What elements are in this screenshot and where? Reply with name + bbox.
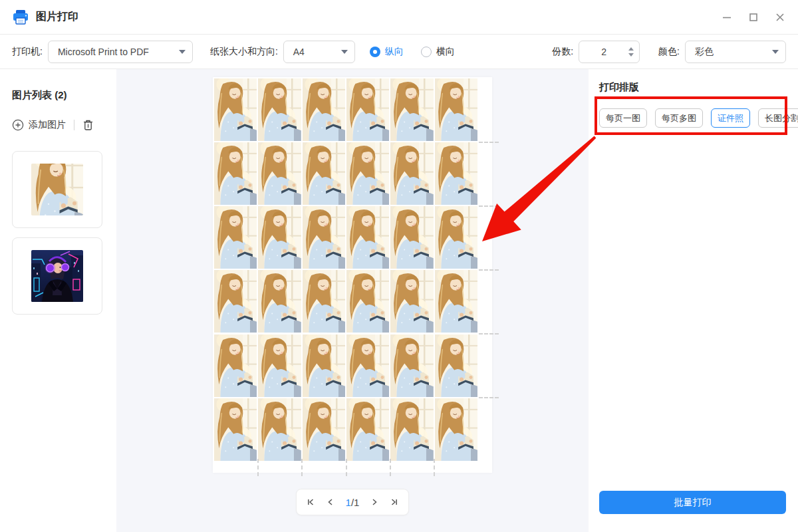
id-photo-tile bbox=[303, 206, 345, 269]
minimize-icon[interactable] bbox=[722, 13, 732, 22]
next-page-button[interactable] bbox=[370, 497, 379, 507]
print-preview-page bbox=[213, 77, 492, 473]
id-photo-tile bbox=[435, 78, 477, 141]
girl-reading-photo bbox=[258, 398, 301, 461]
mode-one-per-page-button[interactable]: 每页一图 bbox=[599, 108, 647, 128]
radio-landscape[interactable]: 横向 bbox=[421, 46, 455, 58]
girl-reading-photo bbox=[390, 142, 433, 205]
total-pages: 1 bbox=[354, 497, 359, 508]
window-controls bbox=[722, 13, 789, 22]
color-select[interactable]: 彩色 bbox=[685, 41, 786, 63]
last-page-button[interactable] bbox=[390, 497, 399, 507]
id-photo-tile bbox=[258, 270, 301, 332]
girl-reading-photo bbox=[346, 270, 389, 332]
prev-page-button[interactable] bbox=[326, 497, 335, 507]
copies-stepper[interactable]: 2 bbox=[579, 41, 640, 63]
mode-id-photo-button[interactable]: 证件照 bbox=[711, 108, 750, 128]
cut-mark bbox=[479, 397, 499, 398]
stepper-down-icon[interactable] bbox=[628, 53, 634, 57]
color-label: 颜色: bbox=[658, 46, 680, 58]
app-title: 图片打印 bbox=[36, 10, 78, 24]
copies-group: 份数: 2 颜色: 彩色 bbox=[552, 41, 786, 63]
girl-reading-photo bbox=[214, 78, 257, 141]
id-photo-tile bbox=[390, 206, 433, 269]
add-image-button[interactable]: 添加图片 bbox=[12, 119, 66, 131]
girl-reading-photo bbox=[390, 270, 433, 332]
batch-print-button[interactable]: 批量打印 bbox=[599, 491, 786, 514]
thumbnail-cyberpunk-girl[interactable] bbox=[12, 237, 102, 315]
id-photo-tile bbox=[214, 334, 257, 397]
mode-multi-per-page-button[interactable]: 每页多图 bbox=[655, 108, 703, 128]
girl-reading-photo bbox=[214, 270, 257, 332]
printer-select-value: Microsoft Print to PDF bbox=[58, 47, 174, 57]
printer-icon bbox=[12, 9, 29, 26]
first-page-button[interactable] bbox=[306, 497, 315, 507]
id-photo-tile bbox=[390, 142, 433, 205]
id-photo-tile bbox=[435, 206, 477, 269]
plus-circle-icon bbox=[12, 119, 24, 131]
image-list-actions: 添加图片 bbox=[12, 119, 104, 131]
id-photo-tile bbox=[258, 206, 301, 269]
paper-size-select[interactable]: A4 bbox=[283, 41, 355, 63]
layout-panel: 打印排版 每页一图 每页多图 证件照 长图分割 批量打印 bbox=[589, 69, 798, 532]
id-photo-tile bbox=[303, 78, 345, 141]
girl-reading-photo bbox=[303, 398, 345, 461]
paper-size-value: A4 bbox=[293, 47, 336, 57]
mode-long-image-split-button[interactable]: 长图分割 bbox=[758, 108, 798, 128]
chevron-down-icon bbox=[179, 50, 186, 54]
girl-reading-photo bbox=[346, 78, 389, 141]
girl-reading-photo bbox=[258, 78, 301, 141]
delete-image-button[interactable] bbox=[82, 119, 94, 131]
girl-reading-photo bbox=[303, 270, 345, 332]
prev-page-icon bbox=[326, 497, 335, 507]
girl-reading-photo bbox=[258, 206, 301, 269]
printer-select[interactable]: Microsoft Print to PDF bbox=[48, 41, 193, 63]
id-photo-tile bbox=[214, 206, 257, 269]
stepper-up-icon[interactable] bbox=[628, 47, 634, 51]
girl-reading-photo bbox=[390, 334, 433, 397]
id-photo-tile bbox=[258, 334, 301, 397]
id-photo-tile bbox=[346, 206, 389, 269]
girl-reading-photo bbox=[435, 78, 477, 141]
girl-reading-photo bbox=[435, 398, 477, 461]
id-photo-tile bbox=[303, 142, 345, 205]
next-page-icon bbox=[370, 497, 379, 507]
cut-mark bbox=[434, 459, 435, 476]
cut-mark bbox=[390, 459, 391, 476]
image-list-sidebar: 图片列表 (2) 添加图片 bbox=[0, 69, 116, 532]
id-photo-tile bbox=[435, 142, 477, 205]
thumbnail-image bbox=[31, 164, 83, 215]
last-page-icon bbox=[390, 497, 399, 507]
girl-reading-photo bbox=[435, 206, 477, 269]
cut-mark bbox=[479, 142, 499, 143]
girl-reading-photo bbox=[258, 142, 301, 205]
radio-portrait[interactable]: 纵向 bbox=[370, 46, 404, 58]
id-photo-tile bbox=[214, 78, 257, 141]
id-photo-tile bbox=[346, 78, 389, 141]
print-preview-area: 1 / 1 bbox=[116, 69, 589, 532]
cut-mark bbox=[479, 205, 499, 207]
girl-reading-photo bbox=[303, 142, 345, 205]
copies-value: 2 bbox=[579, 47, 628, 57]
girl-reading-photo bbox=[390, 206, 433, 269]
chevron-down-icon bbox=[341, 50, 348, 54]
app-window: 图片打印 打印机: Microsoft Print to PDF 纸张大小和方向… bbox=[0, 0, 798, 532]
title-bar: 图片打印 bbox=[0, 0, 798, 35]
page-indicator: 1 / 1 bbox=[346, 497, 360, 508]
close-icon[interactable] bbox=[775, 13, 785, 22]
id-photo-tile bbox=[214, 398, 257, 461]
girl-reading-photo bbox=[435, 334, 477, 397]
girl-reading-photo bbox=[214, 206, 257, 269]
maximize-icon[interactable] bbox=[749, 13, 758, 22]
thumbnail-image bbox=[31, 250, 83, 302]
copies-label: 份数: bbox=[552, 46, 573, 58]
girl-reading-photo bbox=[346, 142, 389, 205]
thumbnail-girl-reading[interactable] bbox=[12, 151, 102, 228]
girl-reading-photo bbox=[390, 398, 433, 461]
id-photo-tile bbox=[303, 270, 345, 332]
cut-mark bbox=[479, 269, 499, 271]
id-photo-tile bbox=[346, 270, 389, 332]
girl-reading-photo bbox=[303, 206, 345, 269]
id-photo-tile bbox=[435, 398, 477, 461]
print-settings-toolbar: 打印机: Microsoft Print to PDF 纸张大小和方向: A4 … bbox=[0, 35, 798, 69]
